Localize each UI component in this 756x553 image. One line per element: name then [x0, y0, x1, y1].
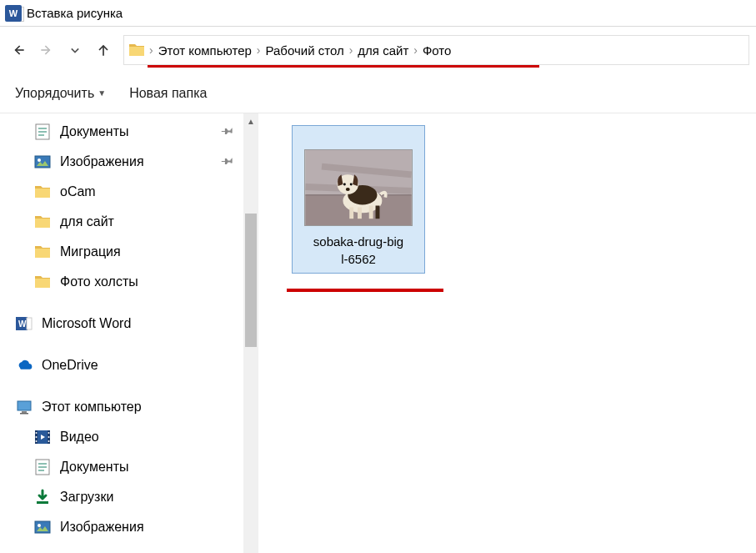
- sidebar-item-label: Загрузки: [60, 490, 113, 505]
- new-folder-label: Новая папка: [129, 86, 207, 101]
- svg-rect-33: [349, 207, 353, 219]
- svg-rect-35: [369, 206, 373, 219]
- sidebar-item-label: Изображения: [60, 154, 144, 169]
- sidebar-item-label: Документы: [60, 124, 128, 139]
- pin-icon: [219, 123, 238, 142]
- file-tile-selected[interactable]: sobaka-drug-bigl-6562: [292, 125, 425, 274]
- sidebar-item-label: Изображения: [60, 520, 144, 535]
- file-area[interactable]: sobaka-drug-bigl-6562: [258, 113, 756, 553]
- svg-point-30: [343, 183, 346, 186]
- toolbar: Упорядочить ▼ Новая папка: [0, 73, 756, 113]
- word-icon: [15, 314, 33, 333]
- folder-icon: [33, 213, 52, 231]
- svg-point-31: [350, 183, 353, 186]
- sidebar-item[interactable]: Загрузки: [0, 482, 258, 512]
- word-app-icon: W: [5, 5, 22, 22]
- recent-dropdown[interactable]: [63, 38, 87, 62]
- breadcrumb-item[interactable]: Фото: [419, 43, 454, 58]
- file-name: sobaka-drug-bigl-6562: [298, 233, 419, 268]
- new-folder-button[interactable]: Новая папка: [129, 86, 207, 101]
- sidebar-item[interactable]: Документы: [0, 117, 258, 147]
- arrow-left-icon: [10, 42, 27, 58]
- back-button[interactable]: [7, 38, 30, 62]
- sidebar-item-label: Фото холсты: [60, 274, 138, 289]
- sidebar-item-label: OneDrive: [42, 358, 98, 373]
- file-thumbnail: [304, 149, 413, 226]
- scrollbar[interactable]: ▲: [243, 113, 258, 553]
- sidebar-item[interactable]: oCam: [0, 177, 258, 207]
- chevron-right-icon: ›: [148, 43, 155, 57]
- chevron-right-icon: ›: [348, 43, 355, 57]
- organize-button[interactable]: Упорядочить ▼: [15, 86, 106, 101]
- sidebar-item[interactable]: Microsoft Word: [0, 309, 258, 339]
- doc-icon: [33, 458, 52, 476]
- sidebar-item[interactable]: OneDrive: [0, 350, 258, 380]
- arrow-up-icon: [95, 42, 112, 58]
- chevron-down-icon: ▼: [98, 88, 106, 98]
- arrow-right-icon: [38, 42, 55, 58]
- download-icon: [33, 488, 52, 506]
- folder-icon: [33, 183, 52, 201]
- organize-label: Упорядочить: [15, 86, 94, 101]
- svg-rect-34: [358, 207, 362, 219]
- sidebar-item[interactable]: Видео: [0, 422, 258, 452]
- sidebar-item-label: Миграция: [60, 244, 121, 259]
- pin-icon: [219, 153, 238, 172]
- annotation-underline: [148, 65, 539, 68]
- img-icon: [33, 518, 52, 536]
- pc-icon: [15, 398, 33, 416]
- svg-point-32: [346, 188, 350, 191]
- img-icon: [33, 153, 52, 171]
- window-title: Вставка рисунка: [27, 6, 123, 20]
- up-button[interactable]: [92, 38, 115, 62]
- chevron-down-icon: [67, 42, 83, 58]
- sidebar-item[interactable]: для сайт: [0, 207, 258, 237]
- sidebar-item[interactable]: Этот компьютер: [0, 392, 258, 422]
- scroll-up-arrow[interactable]: ▲: [243, 113, 258, 128]
- breadcrumb-item[interactable]: Этот компьютер: [155, 43, 255, 58]
- sidebar-item-label: для сайт: [60, 214, 114, 229]
- scroll-thumb[interactable]: [245, 214, 257, 347]
- video-icon: [33, 428, 52, 446]
- nav-buttons: [7, 38, 115, 62]
- sidebar-item-label: Этот компьютер: [42, 400, 142, 415]
- sidebar-item[interactable]: Изображения: [0, 147, 258, 177]
- chevron-right-icon: ›: [412, 43, 419, 57]
- annotation-underline: [287, 289, 443, 292]
- sidebar-item[interactable]: Фото холсты: [0, 267, 258, 297]
- breadcrumb-item[interactable]: Рабочий стол: [263, 43, 348, 58]
- folder-icon: [128, 41, 146, 59]
- forward-button[interactable]: [35, 38, 58, 62]
- folder-icon: [33, 273, 52, 291]
- sidebar-item[interactable]: Миграция: [0, 237, 258, 267]
- chevron-right-icon: ›: [255, 43, 263, 57]
- sidebar-item-label: Видео: [60, 430, 99, 445]
- onedrive-icon: [15, 356, 33, 375]
- puppy-thumbnail-icon: [305, 150, 412, 225]
- sidebar-item-label: Microsoft Word: [42, 316, 131, 331]
- svg-rect-36: [376, 206, 380, 219]
- doc-icon: [33, 123, 52, 141]
- nav-row: › Этот компьютер › Рабочий стол › для са…: [0, 27, 756, 73]
- titlebar: W Вставка рисунка: [0, 0, 756, 27]
- sidebar-item-label: Документы: [60, 460, 128, 475]
- folder-icon: [33, 243, 52, 261]
- content: ДокументыИзображенияoCamдля сайтМиграция…: [0, 113, 756, 553]
- sidebar-item[interactable]: Документы: [0, 452, 258, 482]
- breadcrumb[interactable]: › Этот компьютер › Рабочий стол › для са…: [123, 35, 749, 65]
- sidebar-item[interactable]: Изображения: [0, 512, 258, 542]
- sidebar-item-label: oCam: [60, 184, 96, 199]
- sidebar: ДокументыИзображенияoCamдля сайтМиграция…: [0, 113, 258, 553]
- breadcrumb-item[interactable]: для сайт: [354, 43, 412, 58]
